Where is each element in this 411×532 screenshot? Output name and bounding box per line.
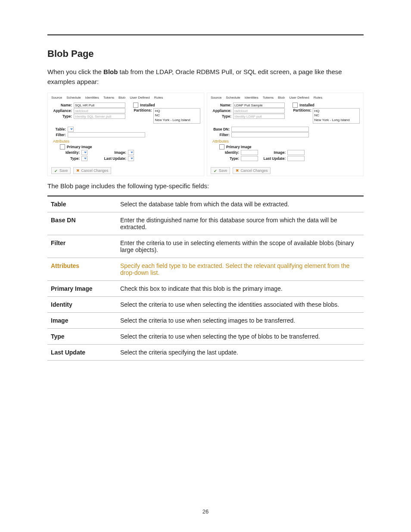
- table-row: Last UpdateSelect the criteria specifyin…: [47, 345, 364, 361]
- table-row: Base DNEnter the distinguished name for …: [47, 212, 364, 235]
- definition-term: Identity: [47, 297, 117, 313]
- type-label: Type:: [211, 114, 231, 118]
- intro-paragraph: When you click the Blob tab from the LDA…: [47, 67, 364, 87]
- tab-identities[interactable]: Identities: [245, 96, 258, 100]
- name-label: Name:: [211, 103, 231, 107]
- attributes-header: Attributes: [53, 139, 200, 143]
- filter-input[interactable]: [231, 132, 309, 137]
- definition-term: Image: [47, 313, 117, 329]
- intro-pre: When you click the: [47, 68, 103, 75]
- table-row: Primary ImageCheck this box to indicate …: [47, 281, 364, 297]
- save-button[interactable]: Save: [211, 167, 230, 174]
- partition-item[interactable]: HQ: [155, 109, 199, 113]
- cancel-button[interactable]: Cancel Changes: [73, 167, 111, 174]
- tab-schedule[interactable]: Schedule: [226, 96, 240, 100]
- save-button[interactable]: Save: [51, 167, 71, 174]
- partitions-list[interactable]: HQ NC New York - Long Island Warehouse: [313, 108, 360, 124]
- primary-image-label: Primary Image: [226, 145, 252, 149]
- table-row: TableSelect the database table from whic…: [47, 196, 364, 212]
- type-label: Type:: [51, 114, 72, 118]
- tab-source[interactable]: Source: [211, 96, 221, 100]
- identity-select[interactable]: [81, 150, 87, 155]
- partitions-label: Partitions:: [293, 108, 311, 112]
- appliance-label: Appliance:: [211, 109, 231, 113]
- table-row: ImageSelect the criteria to use when sel…: [47, 313, 364, 329]
- image-select[interactable]: [128, 150, 134, 155]
- filter-input[interactable]: [68, 132, 145, 137]
- lastupdate-input[interactable]: [287, 156, 305, 161]
- type-input[interactable]: Identity SQL Server pull: [74, 114, 125, 119]
- tab-blob[interactable]: Blob: [118, 96, 125, 100]
- basedn-input[interactable]: [231, 127, 309, 132]
- primary-image-checkbox[interactable]: [60, 144, 65, 149]
- name-input[interactable]: LDAP Pull Sample: [233, 103, 285, 108]
- installed-label: Installed: [140, 103, 155, 107]
- definition-desc: Enter the criteria to use in selecting e…: [117, 235, 364, 258]
- partition-item[interactable]: New York - Long Island Warehouse: [155, 118, 199, 124]
- tab-schedule[interactable]: Schedule: [66, 96, 81, 100]
- table-row: AttributesSpecify each field type to be …: [47, 258, 364, 281]
- partition-item[interactable]: New York - Long Island Warehouse: [314, 118, 358, 124]
- page-number: 26: [0, 508, 411, 515]
- screenshot-sql: Source Schedule Identities Tokens Blob U…: [47, 93, 204, 176]
- definition-term: Type: [47, 329, 117, 345]
- image-input[interactable]: [287, 150, 305, 155]
- filter-label: Filter:: [51, 133, 66, 137]
- name-input[interactable]: SQL HR Pull: [74, 103, 125, 108]
- tab-userdefined[interactable]: User Defined: [130, 96, 150, 100]
- definition-term: Table: [47, 196, 117, 212]
- definition-desc: Select the database table from which the…: [117, 196, 364, 212]
- partition-item[interactable]: NC: [155, 113, 199, 118]
- installed-label: Installed: [299, 103, 314, 107]
- top-rule: [47, 34, 364, 35]
- type-input[interactable]: Identity LDAP pull: [233, 114, 285, 119]
- typef-label: Type:: [54, 156, 80, 161]
- tab-blob[interactable]: Blob: [278, 96, 285, 100]
- identity-label: Identity:: [54, 150, 80, 155]
- partitions-list[interactable]: HQ NC New York - Long Island Warehouse: [153, 108, 200, 124]
- appliance-label: Appliance:: [51, 109, 72, 113]
- lastupdate-label: Last Update:: [96, 156, 126, 161]
- tab-bar: Source Schedule Identities Tokens Blob U…: [209, 95, 361, 100]
- table-select[interactable]: [68, 127, 74, 132]
- definition-term: Filter: [47, 235, 117, 258]
- appliance-input[interactable]: radcloud: [233, 108, 285, 113]
- installed-checkbox[interactable]: [133, 103, 138, 108]
- partition-item[interactable]: NC: [314, 113, 358, 118]
- installed-checkbox[interactable]: [293, 103, 298, 108]
- tab-roles[interactable]: Roles: [154, 96, 163, 100]
- typef-select[interactable]: [81, 156, 87, 161]
- attributes-header: Attributes: [212, 139, 360, 143]
- cancel-button[interactable]: Cancel Changes: [233, 167, 271, 174]
- tab-identities[interactable]: Identities: [85, 96, 99, 100]
- typef-label: Type:: [213, 156, 239, 161]
- definition-desc: Select the criteria to use when selectin…: [117, 313, 364, 329]
- check-icon: [214, 169, 218, 173]
- table-row: IdentitySelect the criteria to use when …: [47, 297, 364, 313]
- appliance-input[interactable]: radcloud: [74, 108, 125, 113]
- tab-roles[interactable]: Roles: [314, 96, 322, 100]
- tab-tokens[interactable]: Tokens: [263, 96, 274, 100]
- partitions-label: Partitions:: [133, 108, 152, 112]
- check-icon: [54, 169, 58, 173]
- lastupdate-select[interactable]: [128, 156, 134, 161]
- table-row: FilterEnter the criteria to use in selec…: [47, 235, 364, 258]
- definition-term: Last Update: [47, 345, 117, 361]
- primary-image-label: Primary Image: [67, 145, 92, 149]
- definition-term: Attributes: [47, 258, 117, 281]
- screenshots-row: Source Schedule Identities Tokens Blob U…: [47, 93, 364, 176]
- definition-term: Base DN: [47, 212, 117, 235]
- tab-tokens[interactable]: Tokens: [103, 96, 114, 100]
- tab-userdefined[interactable]: User Defined: [289, 96, 309, 100]
- partition-item[interactable]: HQ: [314, 109, 358, 113]
- basedn-label: Base DN:: [211, 127, 230, 131]
- definition-desc: Specify each field type to be extracted.…: [117, 258, 364, 281]
- table-label: Table:: [51, 127, 66, 131]
- identity-label: Identity:: [213, 150, 239, 155]
- page-title: Blob Page: [47, 48, 364, 59]
- image-label: Image:: [96, 150, 126, 155]
- screenshot-ldap: Source Schedule Identities Tokens Blob U…: [207, 93, 364, 176]
- tab-source[interactable]: Source: [51, 96, 62, 100]
- cancel-icon: [236, 168, 239, 173]
- primary-image-checkbox[interactable]: [219, 144, 224, 149]
